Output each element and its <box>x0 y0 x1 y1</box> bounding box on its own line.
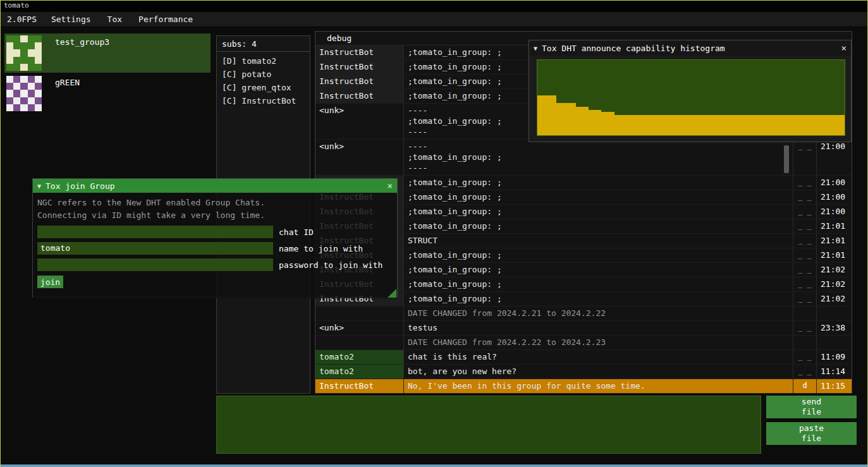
histogram-bar <box>774 115 781 135</box>
paste-file-button[interactable]: paste file <box>766 422 857 445</box>
sender-name <box>315 336 404 349</box>
chat-message-row[interactable]: tomato2bot, are you new here?_ _11:14 <box>315 365 852 379</box>
chat-system-row: DATE CHANGED from 2024.2.21 to 2024.2.22 <box>315 306 852 321</box>
histogram-bar <box>736 115 742 135</box>
send-file-button[interactable]: send file <box>766 396 857 418</box>
histogram-bar <box>730 115 736 135</box>
tab-debug[interactable]: debug <box>327 33 351 43</box>
timestamp: 21:01 <box>817 219 850 233</box>
menu-item-settings[interactable]: Settings <box>43 15 99 24</box>
dht-histogram-window-titlebar[interactable]: ▼ Tox DHT announce capability histogram … <box>529 40 851 56</box>
join-name-label: name to join with <box>279 244 363 253</box>
timestamp: 21:01 <box>817 234 850 248</box>
histogram-bar <box>749 115 755 135</box>
sender-name: <unk> <box>315 321 404 335</box>
peer-list-item[interactable]: [C] green_qtox <box>217 81 310 94</box>
join-group-window-titlebar[interactable]: ▼ Tox join Group × <box>33 179 397 193</box>
join-name-input[interactable]: tomato <box>37 242 273 255</box>
join-name-row: tomatoname to join with <box>37 242 397 255</box>
histogram-bar <box>717 115 723 135</box>
histogram-bar <box>608 112 614 135</box>
histogram-bar <box>666 115 672 135</box>
join-group-window: ▼ Tox join Group × NGC refers to the New… <box>32 178 398 298</box>
histogram-bar <box>819 115 826 135</box>
timestamp: 11:15 <box>817 379 850 393</box>
histogram-bar <box>685 115 691 135</box>
timestamp: 11:09 <box>817 350 850 364</box>
group-label: gREEN <box>44 74 80 113</box>
message-text: ;tomato_in_group: ; <box>404 219 793 233</box>
histogram-bar <box>550 95 556 135</box>
join-button[interactable]: join <box>37 276 63 288</box>
histogram-bar <box>537 95 544 135</box>
message-text: ---- ;tomato_in_group: ; ---- <box>404 140 793 175</box>
chat-message-row[interactable]: <unk>testus_ _23:38 <box>315 321 852 336</box>
histogram-bar <box>595 110 601 135</box>
sender-name: InstructBot <box>315 45 404 59</box>
receipt-marks: _ _ <box>793 365 817 379</box>
message-text: No, I've been in this group for quite so… <box>404 379 793 393</box>
group-avatar-icon <box>6 35 42 71</box>
receipt-marks: _ _ <box>793 140 817 175</box>
timestamp: 21:02 <box>817 292 850 306</box>
collapse-arrow-icon[interactable]: ▼ <box>534 45 537 52</box>
peer-list-item[interactable]: [C] InstructBot <box>217 94 310 107</box>
close-icon[interactable]: × <box>841 44 847 52</box>
sender-name: InstructBot <box>315 379 404 393</box>
message-input[interactable] <box>216 396 761 454</box>
menu-items: SettingsToxPerformance <box>43 15 201 24</box>
histogram-bar <box>787 115 793 135</box>
histogram-bar <box>621 115 627 135</box>
histogram-bar <box>761 115 767 135</box>
histogram-bar <box>723 115 730 135</box>
message-text: testus <box>404 321 793 335</box>
chat-message-row[interactable]: InstructBotNo, I've been in this group f… <box>315 379 852 394</box>
join-password-input[interactable] <box>37 258 273 271</box>
menubar: 2.0FPS SettingsToxPerformance <box>1 12 867 27</box>
histogram-bar <box>563 103 570 135</box>
sender-name: <unk> <box>315 104 404 139</box>
chat-scrollbar-thumb[interactable] <box>784 145 789 173</box>
menu-item-performance[interactable]: Performance <box>130 15 201 24</box>
join-group-window-title: Tox join Group <box>46 181 115 191</box>
histogram-bar <box>800 115 806 135</box>
receipt-marks: _ _ <box>793 263 817 277</box>
histogram-bars <box>537 60 845 135</box>
receipt-marks: _ _ <box>793 190 817 204</box>
group-label: test_group3 <box>44 33 109 73</box>
group-item-test_group3[interactable]: test_group3 <box>4 33 211 73</box>
histogram-bar <box>659 115 665 135</box>
resize-grip[interactable] <box>388 289 396 298</box>
timestamp: 21:00 <box>817 176 850 190</box>
chat-message-row[interactable]: tomato2chat is this real?_ _11:09 <box>315 350 852 365</box>
close-icon[interactable]: × <box>388 181 393 190</box>
message-text: ;tomato_in_group: ; <box>404 205 793 219</box>
receipt-marks: _ _ <box>793 277 817 291</box>
timestamp: 23:38 <box>817 321 850 335</box>
message-text: ;tomato_in_group: ; <box>404 248 793 262</box>
sender-name: <unk> <box>315 140 404 175</box>
group-item-gREEN[interactable]: gREEN <box>4 74 211 113</box>
chat-id-input[interactable] <box>37 226 273 238</box>
histogram-bar <box>806 115 812 135</box>
receipt-marks: _ _ <box>793 350 817 364</box>
histogram-bar <box>646 115 652 135</box>
chat-message-row[interactable]: <unk>---- ;tomato_in_group: ; ----_ _21:… <box>315 140 852 176</box>
window-title: tomato <box>1 1 867 12</box>
histogram-bar <box>556 103 563 135</box>
sender-name: tomato2 <box>315 350 404 364</box>
join-password-row: password to join with <box>37 258 397 271</box>
menu-item-tox[interactable]: Tox <box>99 15 130 24</box>
histogram-bar <box>838 115 845 135</box>
histogram-bar <box>781 115 787 135</box>
sender-name: InstructBot <box>315 75 404 88</box>
peer-list-item[interactable]: [D] tomato2 <box>217 54 310 68</box>
collapse-arrow-icon[interactable]: ▼ <box>37 183 41 190</box>
histogram-bar <box>793 115 800 135</box>
timestamp: 11:14 <box>817 365 850 379</box>
histogram-bar <box>640 115 646 135</box>
histogram-bar <box>576 107 582 135</box>
message-text: ;tomato_in_group: ; <box>404 292 793 306</box>
sender-name: InstructBot <box>315 60 404 74</box>
peer-list-item[interactable]: [C] potato <box>217 68 310 81</box>
